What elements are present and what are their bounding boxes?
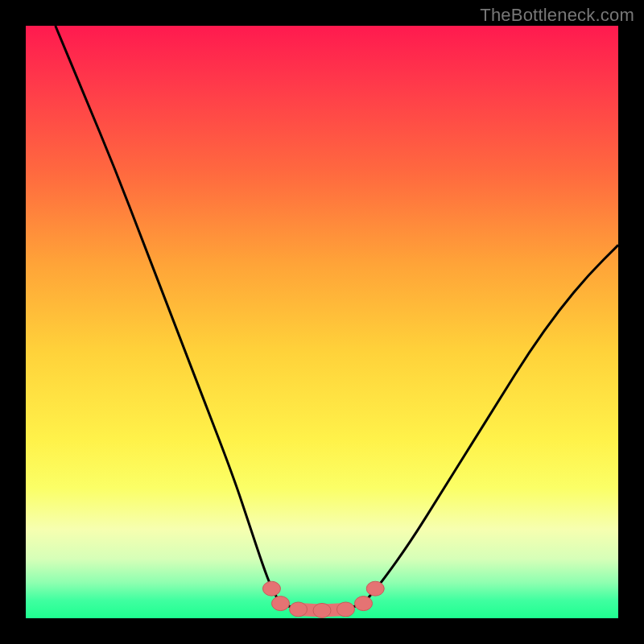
marker-basin-mid xyxy=(313,603,331,617)
marker-basin-left xyxy=(290,602,308,617)
marker-basin-right xyxy=(336,602,354,617)
markers-group xyxy=(262,581,384,617)
marker-left-upper xyxy=(262,581,280,596)
left-curve xyxy=(56,26,281,604)
marker-right-upper xyxy=(366,581,384,596)
chart-svg xyxy=(0,0,644,644)
right-curve xyxy=(364,245,618,603)
chart-frame: TheBottleneck.com xyxy=(0,0,644,644)
curve-group xyxy=(56,26,618,610)
watermark-text: TheBottleneck.com xyxy=(480,5,634,26)
marker-right-lower xyxy=(355,597,373,611)
marker-left-lower xyxy=(271,597,289,611)
